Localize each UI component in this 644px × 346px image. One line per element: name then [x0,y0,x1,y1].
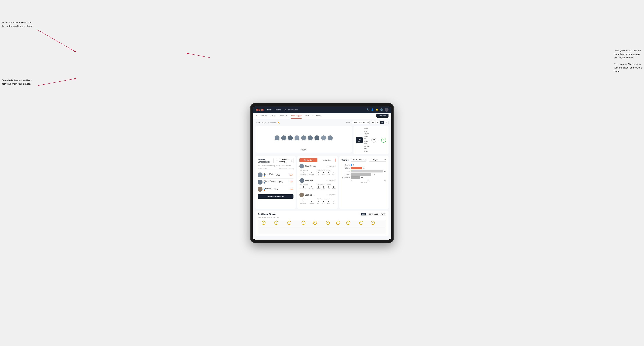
chart-container: Eagles 3 Birdies 96 Pars [342,164,386,183]
tournament-stat-1: 7 Tournament [300,172,307,175]
card-view-icon[interactable]: ▦ [380,121,384,124]
leaderboard-row: Cameron... 🥉 17/20 103 [258,186,294,193]
streak-point-5: 5x [313,221,317,225]
activity-name-1: Blair McHarg [305,165,316,167]
player-avatar[interactable] [321,135,326,141]
chart-row-pars: Pars 499 [342,170,386,173]
streaks-title: Best Round Streaks [258,213,276,215]
streak-point-1: 7x [262,221,266,225]
streak-line-8 [348,220,348,225]
brand-logo: clippd [256,108,264,111]
practice-stat-3: 2 Practice [309,200,314,204]
total-rounds-1: Total Rounds 7 Tournament 6 Practice [300,170,315,175]
stat-row-2: 8 Tournament 4 Practice [300,186,315,190]
player-3-avatar [258,187,262,192]
player-3-score: 17/20 [273,188,288,190]
player-avatar[interactable] [288,135,293,141]
period-select[interactable]: Last 3 months Last 6 months Last year [352,121,370,124]
yds-circle-2: 0 yds [381,138,386,143]
team-title: Team Clippd 14 Players ✏️ [256,121,280,124]
svg-line-2 [187,53,210,58]
edit-icon[interactable]: ✏️ [278,121,280,124]
bell-icon[interactable]: 🔔 [376,108,378,111]
par-filter[interactable]: Par 3, 4 & 5s Par 3s Par 4s Par 5s [351,158,366,162]
subnav-pgat[interactable]: PGAT Players [256,113,268,119]
player-avatars [274,128,333,148]
streak-point-8: 4x [346,221,350,225]
activity-card-3: Josh Coles 26 Aug 2023 Total Rounds 7 [300,192,335,205]
practice-activities-1: Total Practice Activities 0 OTT 0 APP [317,170,336,175]
most-active-tab[interactable]: Most Active [300,158,318,162]
eagles-value: 3 [353,164,354,166]
leaderboard-row: Richard Butler 🥇 19/20 110 [258,172,294,178]
streak-line-5 [315,220,315,225]
user-avatar[interactable]: U [385,108,388,112]
nav-teams[interactable]: Teams [275,109,281,111]
practice-activities-label-2: Total Practice Activities [317,184,336,185]
view-full-leaderboard-button[interactable]: View Full Leaderboard [258,194,294,199]
settings-icon[interactable]: ⚙️ [380,108,383,111]
ott-button[interactable]: OTT [361,213,366,215]
bogeys-label: Bogeys [342,173,350,175]
subnav-team-clippd[interactable]: Team Clippd [291,113,302,119]
activity-tabs: Most Active Least Active [300,158,335,162]
people-icon[interactable]: 👤 [371,108,374,111]
subnav-tour[interactable]: Tour [305,113,309,119]
streaks-chart: 7x 6x 6x 5x [258,220,386,234]
arg-button[interactable]: ARG [373,213,379,215]
player-avatar[interactable] [328,135,333,141]
practice-stat-1: 6 Practice [309,172,314,175]
nav-home[interactable]: Home [267,109,272,111]
team-header: Team Clippd 14 Players ✏️ Show: Last 3 m… [256,121,388,124]
activity-player-3: Josh Coles 26 Aug 2023 [300,192,335,197]
app-button[interactable]: APP [367,213,372,215]
birdies-label: Birdies [342,167,350,169]
search-icon[interactable]: 🔍 [366,108,369,111]
player-avatar[interactable] [308,135,313,141]
shot-dist: Shot Dist: 16 yds [364,128,370,135]
dbogeys-label: D. Bogeys + [342,177,350,178]
dbogeys-value: 131 [361,177,364,178]
players-row: Players [256,126,352,153]
player-avatar[interactable] [274,135,280,141]
list-view-icon[interactable]: ☰ [376,121,380,124]
shot-badge: 198 SG [356,137,362,143]
three-col-section: Practice Leaderboards PUTT Must Make Put… [256,156,388,209]
chart-row-birdies: Birdies 96 [342,167,386,169]
add-team-button[interactable]: Add Team [376,114,388,118]
player-1-name: Richard Butler 🥇 [264,173,274,177]
filter-icon[interactable]: ⇅ [385,121,388,124]
player-3-name: Cameron... 🥉 [264,187,272,191]
stat-cols-1: Total Rounds 7 Tournament 6 Practice [300,170,335,175]
leaderboard-dropdown[interactable]: PUTT Must Make Putting... ▾ [273,158,294,163]
streak-point-9: 3x [359,221,363,225]
streaks-panel: Best Round Streaks OTT APP ARG PUTT Off … [256,211,388,236]
putt-button[interactable]: PUTT [380,213,386,215]
player-avatar[interactable] [281,135,286,141]
leaderboard-player-1: Richard Butler 🥇 [258,173,274,177]
subnav-all-players[interactable]: All Players [312,113,322,119]
streaks-header: Best Round Streaks OTT APP ARG PUTT [258,213,386,215]
activity-avatar-2 [300,178,304,183]
practice-activities-label-1: Total Practice Activities [317,170,336,171]
player-filter[interactable]: All Players Individual Player [369,158,386,162]
activity-date-1: 26 Aug 2023 [326,165,336,167]
dbogeys-bar [351,176,360,179]
leaderboard-player-3: Cameron... 🥉 [258,187,272,192]
navbar: clippd Home Teams My Performance 🔍 👤 🔔 ⚙… [253,106,391,113]
player-avatar[interactable] [294,135,300,141]
grid-view-icon[interactable]: ⊞ [371,121,375,124]
axis-400: 400 [384,179,386,181]
svg-line-1 [38,79,75,86]
subnav-pga[interactable]: PGA [271,113,275,119]
player-1-avg: 110 [290,174,292,176]
end-lie: End Lie: In The Hole [364,143,370,153]
player-avatar[interactable] [314,135,320,141]
scoring-panel: Scoring Par 3, 4 & 5s Par 3s Par 4s Par … [339,156,388,209]
player-info-2: Rees Britt [300,178,313,183]
player-avatar[interactable] [301,135,306,141]
streak-point-3: 6x [287,221,291,225]
least-active-tab[interactable]: Least Active [318,158,335,162]
nav-performance[interactable]: My Performance [284,109,298,111]
subnav-hcaps[interactable]: Hcaps 1-5 [278,113,287,119]
